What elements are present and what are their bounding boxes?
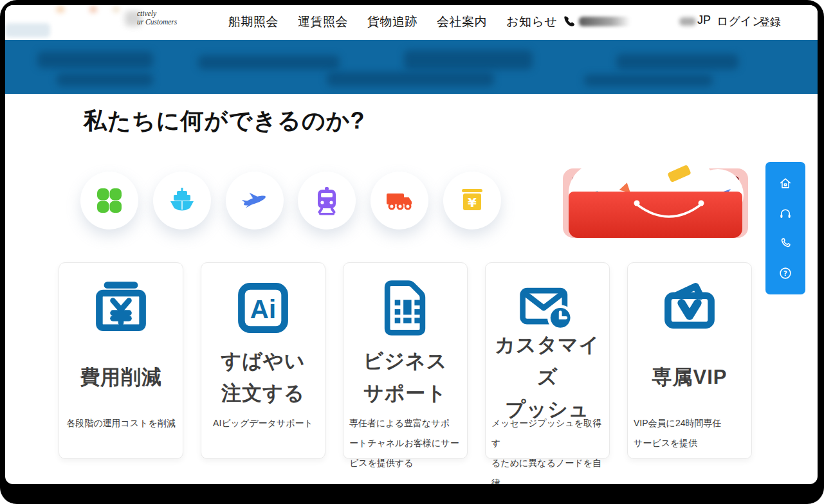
feature-card-business-support: ビジネス サポート 専任者による豊富なサポ ートチャネルお客様にサー ビスを提供…	[343, 262, 468, 459]
headset-icon[interactable]	[777, 205, 794, 222]
logo-blur	[113, 7, 119, 12]
yen-package-icon: ¥	[457, 185, 488, 216]
logo-blur	[5, 23, 50, 37]
banner-redacted	[327, 72, 494, 86]
screenshot-stage: ctively ur Customers 船期照会 運賃照会 貨物追跡 会社案内…	[0, 0, 824, 504]
ship-icon	[167, 185, 197, 216]
top-header: ctively ur Customers 船期照会 運賃照会 貨物追跡 会社案内…	[5, 5, 818, 40]
service-circle	[226, 172, 284, 230]
slogan-line-1: ctively	[137, 10, 177, 18]
feature-card-vip: 専属VIP VIP会員に24時間専任 サービスを提供	[627, 262, 752, 459]
truck-icon	[384, 185, 415, 216]
service-circle: ¥	[443, 172, 501, 230]
sim-card-icon	[343, 277, 467, 339]
nav-item-freight[interactable]: 運賃照会	[298, 14, 348, 30]
floating-sidebar: ?	[765, 162, 805, 294]
banner-redacted	[616, 54, 738, 69]
nav-item-news[interactable]: お知らせ	[506, 14, 557, 30]
company-slogan: ctively ur Customers	[137, 10, 177, 26]
card-title: ビジネス サポート	[343, 344, 467, 411]
page-content: ctively ur Customers 船期照会 運賃照会 貨物追跡 会社案内…	[5, 5, 818, 484]
clover-icon	[94, 185, 125, 216]
yen-envelope-icon	[59, 277, 183, 339]
home-icon[interactable]	[777, 175, 794, 192]
banner-redacted	[404, 50, 533, 69]
bag-front	[569, 192, 742, 238]
service-circle	[80, 172, 138, 230]
card-description: AIビッグデータサポート	[201, 413, 325, 433]
service-circle	[371, 172, 428, 230]
card-description: 専任者による豊富なサポ ートチャネルお客様にサー ビスを提供する	[343, 413, 467, 473]
slogan-line-2: ur Customers	[137, 18, 177, 26]
feature-card-custom-push: カスタマイズ プッシュ メッセージプッシュを取得す るために異なるノードを自律 …	[485, 262, 610, 459]
nav-item-tracking[interactable]: 貨物追跡	[367, 14, 417, 30]
bag-handle	[569, 192, 742, 238]
logo-blur	[57, 6, 64, 12]
feature-card-cost-reduction: 費用削減 各段階の運用コストを削減	[59, 262, 183, 459]
nav-item-schedule[interactable]: 船期照会	[228, 14, 279, 30]
banner-redacted	[37, 51, 153, 68]
section-title: 私たちに何ができるのか?	[84, 105, 365, 137]
card-description: メッセージプッシュを取得す るために異なるノードを自律 的に選択することができる	[486, 413, 609, 484]
card-title: 費用削減	[59, 344, 183, 411]
ai-icon: Ai	[201, 277, 325, 339]
train-icon	[311, 185, 342, 216]
window-frame: ctively ur Customers 船期照会 運賃照会 貨物追跡 会社案内…	[0, 0, 824, 504]
logo-blur	[90, 6, 96, 12]
register-link[interactable]: 登録	[759, 15, 781, 30]
phone-number-redacted	[579, 17, 630, 26]
help-icon[interactable]: ?	[777, 265, 794, 282]
vip-wallet-icon	[628, 277, 751, 339]
banner-redacted	[57, 73, 153, 86]
flag-redacted	[679, 17, 696, 26]
card-description: 各段階の運用コストを削減	[59, 413, 183, 433]
language-selector[interactable]: JP	[697, 14, 711, 27]
service-circle	[298, 172, 356, 230]
blue-banner	[5, 40, 818, 94]
main-nav: 船期照会 運賃照会 貨物追跡 会社案内 お知らせ	[228, 14, 557, 30]
phone-icon	[562, 15, 575, 28]
phone-icon[interactable]	[777, 235, 794, 251]
card-title: カスタマイズ プッシュ	[486, 344, 609, 411]
login-link[interactable]: ログイン	[717, 14, 764, 29]
banner-redacted	[584, 75, 713, 86]
card-title: すばやい 注文する	[201, 344, 325, 411]
feature-card-quick-order: Ai すばやい 注文する AIビッグデータサポート	[201, 262, 325, 459]
service-circle	[153, 172, 211, 230]
nav-item-company[interactable]: 会社案内	[437, 14, 487, 30]
card-title: 専属VIP	[628, 344, 751, 411]
svg-text:Ai: Ai	[250, 294, 276, 324]
card-description: VIP会員に24時間専任 サービスを提供	[628, 413, 751, 453]
svg-text:¥: ¥	[468, 195, 477, 210]
plane-icon	[239, 185, 270, 216]
banner-redacted	[198, 55, 340, 69]
svg-text:?: ?	[783, 270, 787, 277]
shopping-bag-illustration	[558, 159, 751, 240]
